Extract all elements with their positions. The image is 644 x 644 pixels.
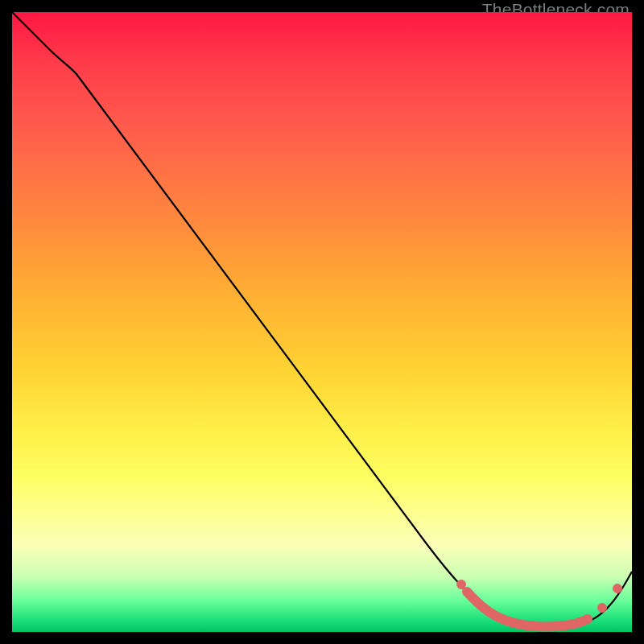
plot-area bbox=[12, 12, 632, 632]
highlight-dot bbox=[598, 604, 607, 613]
optimal-range-cluster bbox=[467, 592, 588, 627]
chart-stage: TheBottleneck.com bbox=[0, 0, 644, 644]
chart-svg bbox=[12, 12, 632, 632]
bottleneck-curve bbox=[12, 12, 632, 628]
highlight-dot bbox=[613, 584, 622, 593]
highlight-dot bbox=[457, 580, 466, 589]
